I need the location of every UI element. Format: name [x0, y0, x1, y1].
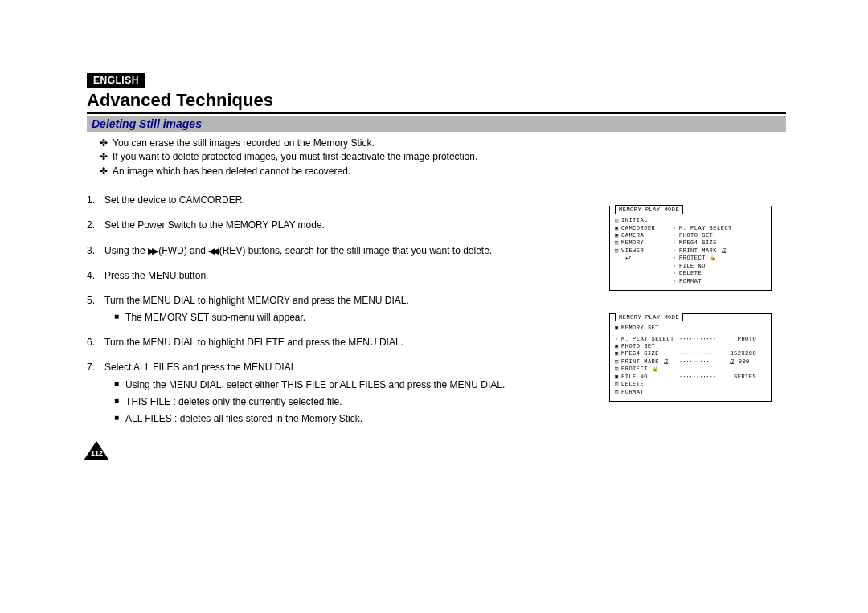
intro-text: An image which has been deleted cannot b…	[113, 165, 350, 178]
step-number: 3.	[87, 243, 100, 259]
substep-text: The MEMORY SET sub-menu will appear.	[125, 310, 305, 325]
lcd-screen-1: MEMORY PLAY MODE ◫INITIAL ▣CAMCORDER◦M. …	[609, 206, 772, 291]
return-icon: ⮐	[625, 255, 632, 261]
lock-icon: 🔒	[652, 366, 660, 372]
bullet-icon: ✤	[100, 165, 108, 178]
page-number-badge: 112	[84, 441, 109, 460]
page-title: Advanced Techniques	[87, 90, 786, 111]
print-icon: 🖨	[721, 247, 727, 254]
step-number: 5.	[87, 293, 100, 325]
square-bullet-icon: ■	[114, 378, 119, 393]
step-text: Turn the MENU DIAL to highlight DELETE a…	[104, 335, 593, 350]
bullet-icon: ✤	[100, 137, 108, 150]
step-number: 1.	[87, 193, 100, 208]
title-divider	[87, 112, 786, 114]
substep-text: ALL FILES : deletes all files stored in …	[125, 411, 362, 427]
step-text: Set the device to CAMCORDER.	[104, 193, 593, 208]
step-number: 6.	[87, 335, 100, 350]
step-text: Press the MENU button.	[104, 268, 593, 284]
step-text: Select ALL FILES and press the MENU DIAL	[104, 360, 593, 375]
lcd-tab: MEMORY PLAY MODE	[615, 313, 683, 321]
section-subtitle: Deleting Still images	[87, 116, 786, 132]
step-number: 2.	[87, 218, 100, 233]
print-icon: 🖨	[729, 358, 735, 365]
step-text: Turn the MENU DIAL to highlight MEMORY a…	[104, 293, 593, 309]
lcd-heading: MEMORY SET	[621, 325, 659, 332]
square-bullet-icon: ■	[114, 411, 119, 427]
content-area: ENGLISH Advanced Techniques Deleting Sti…	[87, 72, 786, 436]
lcd-screen-2: MEMORY PLAY MODE ▣MEMORY SET ◦M. PLAY SE…	[609, 313, 772, 402]
print-icon: 🖨	[663, 358, 669, 365]
intro-list: ✤You can erase the still images recorded…	[87, 137, 786, 178]
intro-text: You can erase the still images recorded …	[113, 137, 375, 150]
square-bullet-icon: ■	[114, 310, 119, 325]
page-number: 112	[91, 449, 103, 457]
substep-text: THIS FILE : deletes only the currently s…	[125, 394, 342, 410]
substep-text: Using the MENU DIAL, select either THIS …	[125, 378, 505, 393]
step-text: Using the ▶▶ (FWD) and ◀◀ (REV) buttons,…	[104, 243, 593, 259]
step-text: Set the Power Switch to the MEMORY PLAY …	[104, 218, 593, 233]
fast-forward-icon: ▶▶	[148, 244, 156, 259]
language-badge: ENGLISH	[87, 73, 145, 88]
square-bullet-icon: ■	[114, 394, 119, 410]
step-number: 7.	[87, 360, 100, 427]
step-number: 4.	[87, 268, 100, 284]
intro-text: If you want to delete protected images, …	[113, 150, 477, 164]
lock-icon: 🔒	[710, 255, 718, 261]
lcd-tab: MEMORY PLAY MODE	[615, 205, 683, 214]
steps-column: 1.Set the device to CAMCORDER. 2.Set the…	[87, 193, 593, 436]
illustrations-column: MEMORY PLAY MODE ◫INITIAL ▣CAMCORDER◦M. …	[609, 193, 786, 436]
manual-page: ENGLISH Advanced Techniques Deleting Sti…	[0, 0, 868, 613]
bullet-icon: ✤	[100, 150, 108, 164]
rewind-icon: ◀◀	[208, 244, 216, 259]
